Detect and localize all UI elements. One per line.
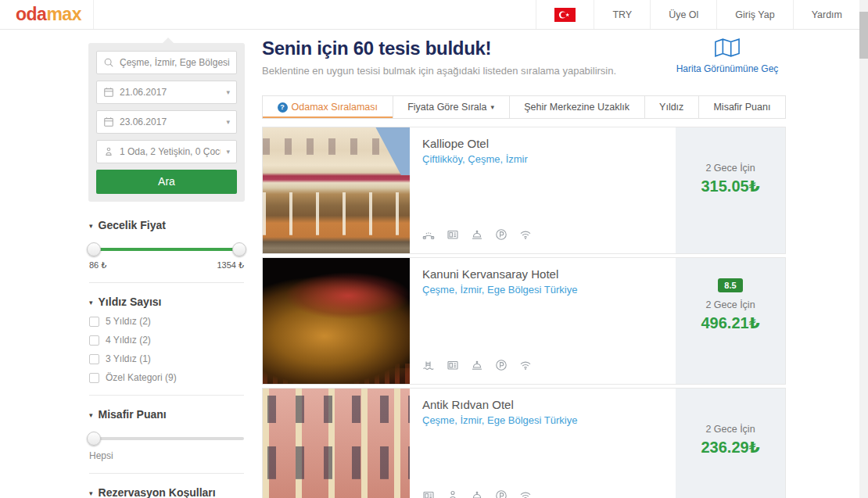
filter-price-header[interactable]: ▾ Gecelik Fiyat	[89, 219, 244, 231]
checkbox[interactable]	[89, 317, 99, 327]
top-header: odamax TRY Üye Ol Giriş Yap Yardım	[0, 0, 868, 30]
header-nav-item[interactable]: Üye Ol	[650, 0, 716, 29]
price-value: 236.29₺	[701, 438, 759, 457]
search-button[interactable]: Ara	[96, 170, 237, 194]
collapse-caret-icon: ▾	[89, 411, 93, 419]
hotel-photo[interactable]	[263, 389, 410, 498]
hotel-name[interactable]: Antik Rıdvan Otel	[422, 398, 663, 411]
sort-tab[interactable]: ? Odamax Sıralaması	[263, 96, 393, 118]
page-scrollbar-track[interactable]	[859, 0, 868, 498]
sort-tab-label: Odamax Sıralaması	[292, 102, 378, 113]
divider	[89, 282, 244, 283]
map-view-link[interactable]: Harita Görünümüne Geç	[669, 38, 786, 74]
parking-icon	[495, 228, 508, 244]
chevron-down-icon: ▾	[491, 103, 495, 111]
bell-icon	[471, 228, 483, 244]
filter-title: Yıldız Sayısı	[99, 296, 162, 308]
checkbox[interactable]	[89, 335, 99, 346]
price-panel: 2 Gece İçin 315.05₺	[676, 127, 785, 253]
sort-tab[interactable]: Yıldız	[644, 96, 698, 118]
guest-rating-slider[interactable]	[89, 432, 244, 446]
amenity-icons	[422, 489, 663, 498]
turkey-flag-icon	[554, 8, 576, 22]
hotel-card[interactable]: Kanuni Kervansaray Hotel Çeşme, İzmir, E…	[262, 257, 786, 385]
hotel-location-link[interactable]: Çeşme, İzmir, Ege Bölgesi Türkiye	[422, 284, 663, 296]
filter-checkbox-option[interactable]: 4 Yıldız (2)	[89, 335, 244, 346]
slider-track[interactable]	[89, 248, 244, 251]
checkout-date-input[interactable]: 23.06.2017 ▾	[96, 110, 237, 134]
price-range-labels: 86 ₺ 1354 ₺	[89, 260, 244, 270]
calendar-icon	[103, 87, 114, 98]
checkin-date-input[interactable]: 21.06.2017 ▾	[96, 81, 237, 104]
price-max-handle[interactable]	[232, 242, 246, 256]
map-icon	[715, 47, 740, 60]
header-nav-item[interactable]: Yardım	[793, 0, 860, 29]
hotel-name[interactable]: Kalliope Otel	[422, 137, 663, 150]
parking-icon	[495, 359, 508, 374]
filter-title: Misafir Puanı	[99, 408, 167, 421]
divider	[89, 395, 244, 396]
results-area: Senin için 60 tesis bulduk! Beklentine e…	[262, 38, 786, 498]
bell-icon	[471, 359, 483, 374]
hotel-name[interactable]: Kanuni Kervansaray Hotel	[422, 267, 663, 281]
filter-guest-rating-header[interactable]: ▾ Misafir Puanı	[89, 408, 244, 421]
sort-tab-label: Yıldız	[659, 102, 683, 113]
slider-track[interactable]	[89, 437, 244, 440]
page-scrollbar-thumb[interactable]	[859, 12, 868, 59]
checkbox[interactable]	[89, 373, 99, 383]
filter-booking-header[interactable]: ▾ Rezervasyon Koşulları	[89, 486, 244, 498]
calendar-icon	[103, 116, 114, 127]
hotel-location-link[interactable]: Çeşme, İzmir, Ege Bölgesi Türkiye	[422, 414, 663, 426]
collapse-caret-icon: ▾	[89, 489, 93, 497]
header-nav-item[interactable]: TRY	[594, 0, 650, 29]
sort-tab[interactable]: Şehir Merkezine Uzaklık	[509, 96, 644, 118]
sort-tab-label: Şehir Merkezine Uzaklık	[524, 102, 629, 113]
filter-list: ▾ Gecelik Fiyat 86 ₺ 1354 ₺ ▾ Yıldız Say…	[88, 202, 245, 498]
sort-tab[interactable]: Fiyata Göre Sırala ▾	[393, 96, 509, 118]
tv-icon	[422, 489, 435, 498]
price-panel: 2 Gece İçin 236.29₺	[676, 389, 785, 498]
rating-badge: 8.5	[718, 278, 742, 292]
help-icon[interactable]: ?	[278, 102, 288, 113]
price-min-handle[interactable]	[87, 242, 101, 256]
filter-checkbox-option[interactable]: 3 Yıldız (1)	[89, 353, 244, 364]
filter-title: Gecelik Fiyat	[99, 219, 166, 231]
nights-label: 2 Gece İçin	[705, 424, 755, 435]
sort-tab[interactable]: Misafir Puanı	[698, 96, 785, 118]
sort-tab-label: Fiyata Göre Sırala	[407, 102, 486, 113]
hotel-photo[interactable]	[263, 127, 410, 253]
header-nav-item[interactable]: Giriş Yap	[716, 0, 792, 29]
destination-input[interactable]: Çeşme, İzmir, Ege Bölgesi Türki	[96, 51, 237, 74]
hotel-card[interactable]: Kalliope Otel Çiftlikköy, Çeşme, İzmir 2…	[262, 127, 786, 254]
guest-rating-value: Hepsi	[89, 450, 244, 461]
search-sidebar: Çeşme, İzmir, Ege Bölgesi Türki 21.06.20…	[88, 38, 245, 498]
logo-part-max: max	[46, 4, 81, 25]
hotel-card[interactable]: Antik Rıdvan Otel Çeşme, İzmir, Ege Bölg…	[262, 388, 786, 498]
search-icon	[103, 57, 114, 68]
tv-icon	[447, 228, 459, 244]
search-panel: Çeşme, İzmir, Ege Bölgesi Türki 21.06.20…	[88, 43, 245, 202]
guest-rating-handle[interactable]	[87, 432, 101, 446]
hotel-location-link[interactable]: Çiftlikköy, Çeşme, İzmir	[422, 153, 663, 165]
price-value: 315.05₺	[701, 177, 759, 195]
filter-stars-header[interactable]: ▾ Yıldız Sayısı	[89, 296, 244, 308]
price-min-label: 86 ₺	[89, 260, 106, 270]
tv-icon	[447, 359, 459, 374]
pool-icon	[422, 359, 435, 374]
chevron-down-icon: ▾	[226, 148, 230, 156]
logo[interactable]: odamax	[0, 0, 94, 29]
filter-checkbox-option[interactable]: 5 Yıldız (2)	[89, 316, 244, 327]
option-label: 3 Yıldız (1)	[106, 353, 151, 364]
checkin-value: 21.06.2017	[120, 87, 221, 98]
checkbox[interactable]	[89, 354, 99, 364]
filter-checkbox-option[interactable]: Özel Kategori (9)	[89, 372, 244, 383]
results-header: Senin için 60 tesis bulduk! Beklentine e…	[262, 38, 786, 86]
header-nav: TRY Üye Ol Giriş Yap Yardım	[536, 0, 860, 29]
chevron-down-icon: ▾	[226, 88, 230, 96]
price-range-slider[interactable]	[89, 242, 244, 256]
hotel-photo[interactable]	[263, 258, 410, 384]
language-flag-button[interactable]	[536, 0, 594, 29]
hotel-info: Kalliope Otel Çiftlikköy, Çeşme, İzmir	[410, 127, 676, 253]
filter-title: Rezervasyon Koşulları	[99, 486, 216, 498]
occupancy-select[interactable]: 1 Oda, 2 Yetişkin, 0 Çocuk ▾	[96, 140, 237, 163]
